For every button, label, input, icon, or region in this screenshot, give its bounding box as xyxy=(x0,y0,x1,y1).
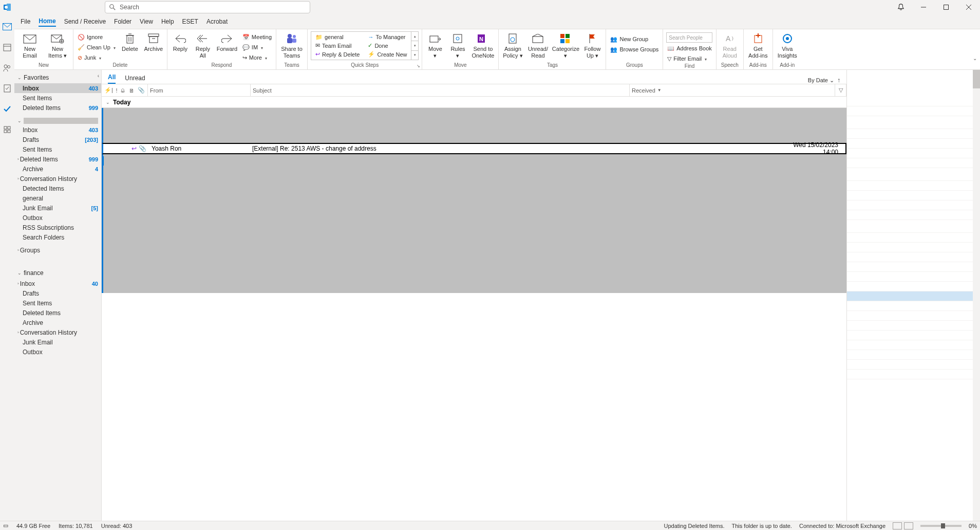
sort-by-button[interactable]: By Date ⌄ xyxy=(808,77,834,84)
quicksteps-launcher-icon[interactable]: ↘ xyxy=(417,64,420,68)
fin-outbox[interactable]: Outbox xyxy=(14,347,101,357)
tab-home[interactable]: Home xyxy=(39,16,55,27)
reminder-header-icon[interactable]: 🕭 xyxy=(120,87,126,94)
tab-unread[interactable]: Unread xyxy=(125,75,145,84)
message-row-selected[interactable]: ↩ 📎 Yoash Ron [External] Re: 2513 AWS - … xyxy=(102,143,846,154)
fin-junk-email[interactable]: Junk Email xyxy=(14,337,101,347)
search-people-input[interactable]: Search People xyxy=(666,32,712,43)
qs-reply-delete[interactable]: ↩Reply & Delete xyxy=(315,51,360,58)
fav-deleted-items[interactable]: Deleted Items999 xyxy=(14,103,101,113)
cleanup-button[interactable]: 🧹Clean Up xyxy=(77,43,117,52)
fin-conversation-history[interactable]: ›Conversation History xyxy=(14,327,101,337)
share-to-teams-button[interactable]: Share to Teams xyxy=(279,31,304,59)
ignore-button[interactable]: 🚫Ignore xyxy=(77,32,117,42)
forward-button[interactable]: Forward xyxy=(216,31,238,52)
header-icon-cols[interactable]: ⚡| ! 🕭 🗎 📎 xyxy=(102,84,148,96)
finance-header[interactable]: ⌄finance xyxy=(14,267,101,279)
collapse-ribbon-icon[interactable]: ⌄ xyxy=(973,56,977,61)
qs-team-email[interactable]: ✉Team Email xyxy=(315,42,360,49)
new-email-button[interactable]: New Email xyxy=(17,31,42,59)
qs-to-manager[interactable]: →To Manager xyxy=(368,34,407,40)
rules-button[interactable]: Rules▾ xyxy=(448,31,467,59)
acc1-junk-email[interactable]: Junk Email[5] xyxy=(14,203,101,213)
acc1-deleted-items[interactable]: ›Deleted Items999 xyxy=(14,154,101,164)
qs-done[interactable]: ✓Done xyxy=(368,42,407,49)
meeting-button[interactable]: 📅Meeting xyxy=(241,32,273,42)
tab-acrobat[interactable]: Acrobat xyxy=(206,17,228,26)
acc1-inbox[interactable]: Inbox403 xyxy=(14,125,101,135)
todo-rail-icon[interactable] xyxy=(2,104,12,114)
icon-header-icon[interactable]: 🗎 xyxy=(129,87,135,94)
zoom-slider[interactable] xyxy=(920,525,962,527)
reply-all-button[interactable]: Reply All xyxy=(193,31,213,59)
tab-all[interactable]: All xyxy=(108,74,116,84)
acc1-sent-items[interactable]: Sent Items xyxy=(14,144,101,154)
header-flag-filter[interactable]: ▽ xyxy=(835,84,846,96)
get-addins-button[interactable]: Get Add-ins xyxy=(747,31,769,59)
favorites-header[interactable]: ⌄Favorites xyxy=(14,72,101,83)
acc1-general[interactable]: general xyxy=(14,193,101,203)
people-rail-icon[interactable] xyxy=(2,63,12,73)
archive-button[interactable]: Archive xyxy=(143,31,164,52)
send-to-onenote-button[interactable]: NSend to OneNote xyxy=(470,31,495,59)
more-respond-button[interactable]: ↪More xyxy=(241,53,273,62)
new-items-button[interactable]: New Items ▾ xyxy=(45,31,70,59)
tab-view[interactable]: View xyxy=(140,17,153,26)
new-group-button[interactable]: 👥New Group xyxy=(609,34,659,44)
sort-order-button[interactable]: ↑ xyxy=(837,77,840,84)
assign-policy-button[interactable]: Assign Policy ▾ xyxy=(502,31,523,59)
group-today[interactable]: ⌄Today xyxy=(102,97,846,108)
collapse-folder-pane-icon[interactable]: ‹ xyxy=(98,73,99,79)
acc1-archive[interactable]: Archive4 xyxy=(14,164,101,174)
notifications-icon[interactable] xyxy=(890,0,912,14)
search-box[interactable]: Search xyxy=(105,1,310,13)
account-header[interactable]: ⌄ xyxy=(17,118,98,124)
scrollbar-track[interactable] xyxy=(973,70,980,521)
tasks-rail-icon[interactable] xyxy=(2,83,12,94)
flag-header-icon[interactable]: ! xyxy=(116,87,118,94)
tab-folder[interactable]: Folder xyxy=(114,17,131,26)
close-button[interactable] xyxy=(957,0,980,14)
header-received[interactable]: Received ▼ xyxy=(630,84,835,96)
viva-insights-button[interactable]: Viva Insights xyxy=(776,31,799,59)
acc1-outbox[interactable]: Outbox xyxy=(14,213,101,223)
acc1-drafts[interactable]: Drafts[203] xyxy=(14,135,101,144)
acc1-search-folders[interactable]: Search Folders xyxy=(14,232,101,242)
importance-header-icon[interactable]: ⚡| xyxy=(104,87,113,94)
unread-read-button[interactable]: Unread/ Read xyxy=(526,31,549,59)
maximize-button[interactable] xyxy=(935,0,957,14)
header-from[interactable]: From xyxy=(148,84,251,96)
attachment-header-icon[interactable]: 📎 xyxy=(138,87,145,94)
fin-deleted-items[interactable]: Deleted Items xyxy=(14,308,101,318)
categorize-button[interactable]: Categorize▾ xyxy=(552,31,579,59)
scrollbar-thumb[interactable] xyxy=(973,70,980,88)
acc1-rss-subscriptions[interactable]: RSS Subscriptions xyxy=(14,223,101,232)
address-book-button[interactable]: 📖Address Book xyxy=(666,44,712,53)
mail-rail-icon[interactable] xyxy=(2,22,12,32)
follow-up-button[interactable]: Follow Up ▾ xyxy=(582,31,602,59)
quick-steps-gallery[interactable]: 📁general ✉Team Email ↩Reply & Delete →To… xyxy=(311,31,419,60)
tab-send-receive[interactable]: Send / Receive xyxy=(64,17,106,26)
calendar-rail-icon[interactable] xyxy=(2,42,12,52)
junk-button[interactable]: ⊘Junk xyxy=(77,53,117,62)
minimize-button[interactable] xyxy=(912,0,935,14)
fav-sent-items[interactable]: Sent Items xyxy=(14,93,101,103)
qs-general[interactable]: 📁general xyxy=(315,34,360,41)
more-rail-icon[interactable] xyxy=(2,124,12,135)
view-buttons[interactable] xyxy=(893,522,913,529)
browse-groups-button[interactable]: 👥Browse Groups xyxy=(609,45,659,54)
reply-button[interactable]: Reply xyxy=(171,31,190,52)
filter-email-button[interactable]: ▽Filter Email xyxy=(666,54,712,63)
qs-create-new[interactable]: ⚡Create New xyxy=(368,51,407,58)
tab-help[interactable]: Help xyxy=(161,17,174,26)
message-list-body[interactable]: ⌄Today ↩ 📎 Yoash Ron [External] Re: 2513… xyxy=(102,97,846,521)
fin-sent-items[interactable]: Sent Items xyxy=(14,298,101,308)
tab-eset[interactable]: ESET xyxy=(182,17,198,26)
acc1-conversation-history[interactable]: ›Conversation History xyxy=(14,174,101,184)
im-button[interactable]: 💬IM xyxy=(241,43,273,52)
groups-folder[interactable]: ›Groups xyxy=(14,245,101,255)
fin-drafts[interactable]: Drafts xyxy=(14,288,101,298)
delete-button[interactable]: Delete xyxy=(120,31,140,52)
fin-inbox[interactable]: ›Inbox40 xyxy=(14,279,101,288)
fav-inbox[interactable]: Inbox403 xyxy=(14,83,101,93)
